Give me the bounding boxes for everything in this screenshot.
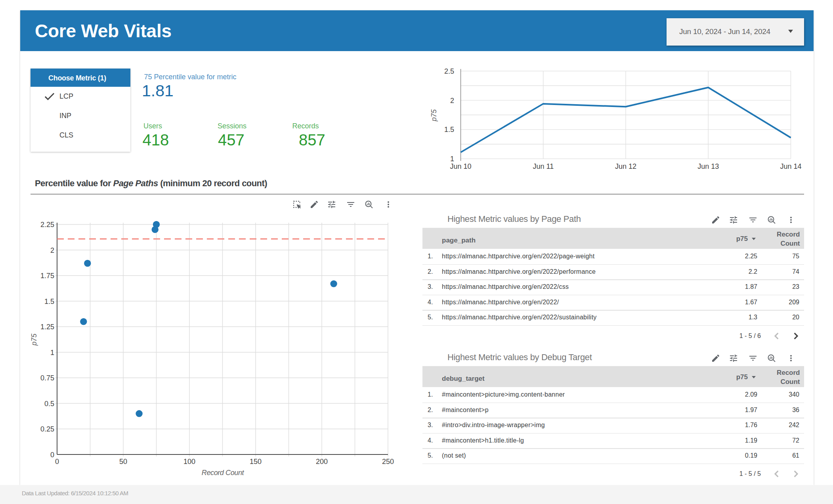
svg-text:Jun 13: Jun 13 (697, 162, 719, 170)
svg-text:0: 0 (50, 451, 54, 459)
svg-text:1.75: 1.75 (40, 272, 54, 280)
svg-text:0.25: 0.25 (40, 425, 54, 433)
svg-text:1.25: 1.25 (40, 323, 54, 331)
svg-text:Jun 11: Jun 11 (533, 162, 554, 170)
svg-text:0.5: 0.5 (44, 400, 54, 408)
svg-text:2.5: 2.5 (444, 67, 454, 75)
svg-text:0: 0 (55, 458, 59, 466)
svg-text:1.5: 1.5 (44, 298, 54, 305)
svg-text:150: 150 (250, 458, 262, 466)
svg-text:2: 2 (50, 246, 54, 254)
svg-text:0.75: 0.75 (40, 374, 54, 382)
svg-text:250: 250 (382, 458, 394, 466)
svg-text:p75: p75 (430, 109, 438, 122)
svg-text:Jun 12: Jun 12 (615, 162, 636, 170)
svg-text:Jun 14: Jun 14 (780, 162, 801, 170)
svg-text:p75: p75 (30, 333, 38, 346)
svg-text:50: 50 (119, 458, 127, 466)
svg-text:Record Count: Record Count (202, 469, 245, 477)
svg-text:1: 1 (450, 155, 454, 163)
svg-text:2.25: 2.25 (40, 221, 54, 229)
svg-text:2: 2 (450, 97, 454, 105)
svg-text:200: 200 (316, 458, 328, 466)
svg-text:100: 100 (183, 458, 195, 466)
svg-text:1.5: 1.5 (444, 126, 454, 134)
svg-text:Jun 10: Jun 10 (450, 162, 471, 170)
svg-text:1: 1 (50, 349, 54, 357)
